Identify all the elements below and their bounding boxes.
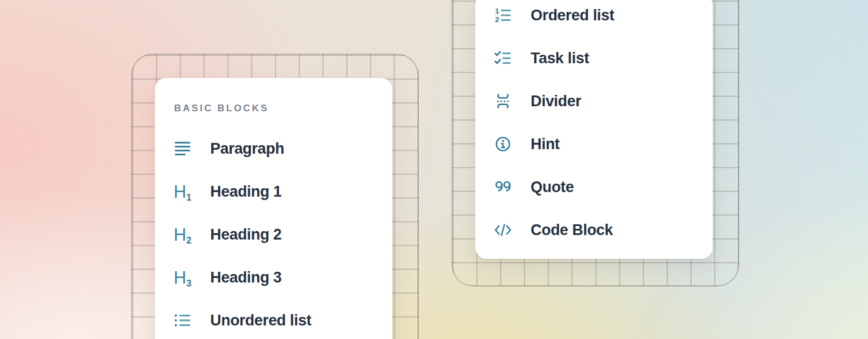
- menu-item-heading-1[interactable]: H1 Heading 1: [174, 170, 392, 213]
- quote-icon: [494, 179, 511, 195]
- menu-item-icon-slot: [494, 221, 511, 238]
- menu-item-unordered-list[interactable]: Unordered list: [174, 299, 392, 339]
- menu-item-heading-3[interactable]: H3 Heading 3: [174, 256, 392, 299]
- menu-item-heading-2[interactable]: H2 Heading 2: [174, 213, 392, 256]
- menu-item-label: Paragraph: [210, 140, 284, 158]
- hero-background: BASIC BLOCKS Paragraph H1 Heading 1 H2 H…: [0, 0, 868, 339]
- menu-item-label: Ordered list: [531, 7, 614, 24]
- menu-item-icon-slot: [174, 140, 191, 157]
- code-block-icon: [494, 221, 511, 238]
- menu-item-list: Paragraph H1 Heading 1 H2 Heading 2 H3 H…: [174, 127, 392, 339]
- menu-item-ordered-list[interactable]: 1 2 Ordered list: [494, 0, 713, 37]
- divider-icon: [494, 93, 511, 110]
- menu-item-divider[interactable]: Divider: [494, 80, 713, 123]
- svg-text:1: 1: [495, 7, 499, 15]
- menu-item-icon-slot: H1: [174, 183, 191, 200]
- menu-item-icon-slot: [494, 136, 511, 153]
- menu-item-task-list[interactable]: Task list: [494, 37, 713, 80]
- menu-item-label: Quote: [531, 179, 574, 196]
- heading2-icon: H2: [174, 226, 191, 243]
- menu-item-label: Heading 2: [210, 226, 281, 244]
- menu-item-label: Code Block: [531, 221, 613, 239]
- menu-item-icon-slot: [174, 312, 191, 329]
- hint-icon: [494, 136, 511, 153]
- menu-item-label: Divider: [531, 93, 581, 110]
- menu-item-list: 1 2 Ordered list Task list Divider: [494, 0, 713, 251]
- menu-item-icon-slot: H3: [174, 269, 191, 286]
- blocks-menu-continued: 1 2 Ordered list Task list Divider: [475, 0, 713, 259]
- menu-item-quote[interactable]: Quote: [494, 166, 713, 208]
- basic-blocks-menu: BASIC BLOCKS Paragraph H1 Heading 1 H2 H…: [155, 78, 392, 339]
- menu-item-icon-slot: 1 2: [494, 7, 511, 24]
- heading3-icon: H3: [174, 269, 191, 286]
- menu-item-icon-slot: H2: [174, 226, 191, 243]
- menu-item-icon-slot: [494, 93, 511, 110]
- menu-item-hint[interactable]: Hint: [494, 123, 713, 166]
- menu-item-label: Heading 1: [210, 183, 281, 201]
- ordered-list-icon: 1 2: [494, 7, 511, 24]
- menu-item-label: Heading 3: [210, 269, 281, 286]
- paragraph-icon: [174, 140, 191, 157]
- svg-text:2: 2: [495, 15, 499, 24]
- section-label: BASIC BLOCKS: [174, 103, 392, 114]
- heading1-icon: H1: [174, 183, 191, 200]
- menu-item-icon-slot: [494, 50, 511, 67]
- menu-item-paragraph[interactable]: Paragraph: [174, 127, 392, 170]
- menu-item-label: Hint: [531, 136, 559, 153]
- unordered-list-icon: [174, 312, 191, 329]
- menu-item-code-block[interactable]: Code Block: [494, 208, 713, 251]
- menu-item-label: Task list: [531, 50, 589, 67]
- task-list-icon: [494, 50, 511, 67]
- menu-item-icon-slot: [494, 179, 511, 195]
- menu-item-label: Unordered list: [210, 312, 311, 329]
